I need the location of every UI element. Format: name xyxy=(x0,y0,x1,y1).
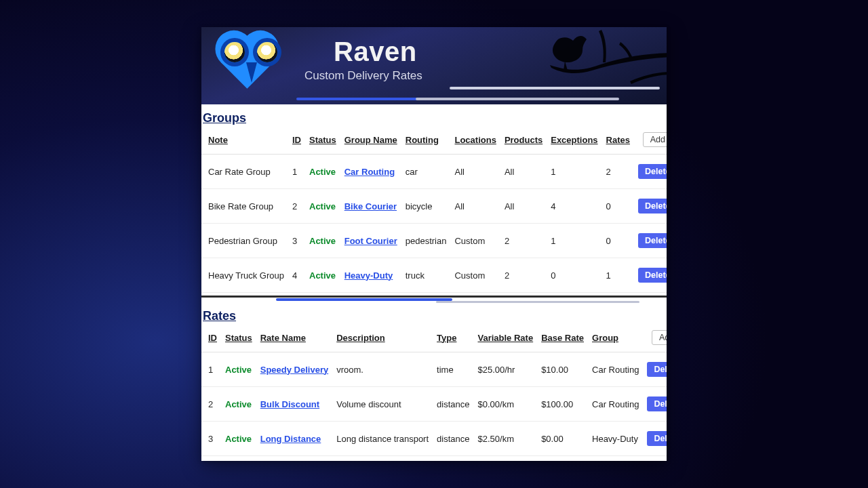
col-rate-name[interactable]: Rate Name xyxy=(256,326,332,352)
cell-variable: $0.00/km xyxy=(473,387,537,422)
delete-group-button[interactable]: Delete xyxy=(638,233,667,248)
cell-locations: Custom xyxy=(450,224,500,258)
cell-id: 3 xyxy=(201,422,221,456)
cell-routing: car xyxy=(401,155,451,189)
cell-products: All xyxy=(500,189,547,224)
delete-group-button[interactable]: Delete xyxy=(638,164,667,179)
cell-status: Active xyxy=(221,422,256,456)
cell-note: Pedestrian Group xyxy=(201,224,288,258)
cell-note: Car Rate Group xyxy=(201,155,288,189)
table-row: 1ActiveSpeedy Deliveryvroom.time$25.00/h… xyxy=(201,352,667,387)
table-row: Pedestrian Group3ActiveFoot Courierpedes… xyxy=(201,224,667,258)
col-description[interactable]: Description xyxy=(332,326,433,352)
cell-status: Active xyxy=(221,387,256,422)
cell-exceptions: 1 xyxy=(547,155,601,189)
cell-exceptions: 0 xyxy=(547,258,601,293)
group-link[interactable]: Foot Courier xyxy=(344,236,397,246)
cell-status: Active xyxy=(305,258,340,293)
cell-group-name: Bike Courier xyxy=(340,189,401,224)
cell-rate-name: Bulk Discount xyxy=(256,387,332,422)
delete-rate-button[interactable]: Delete xyxy=(647,362,667,377)
rate-link[interactable]: Speedy Delivery xyxy=(260,365,328,375)
cell-variable: $2.50/km xyxy=(473,422,537,456)
group-link[interactable]: Bike Courier xyxy=(344,201,397,211)
section-title-groups[interactable]: Groups xyxy=(203,111,667,125)
rate-link[interactable]: Bulk Discount xyxy=(260,399,319,409)
cell-variable: $25.00/hr xyxy=(473,352,537,387)
col-rates[interactable]: Rates xyxy=(602,128,634,155)
cell-id: 3 xyxy=(288,224,305,258)
col-status[interactable]: Status xyxy=(305,128,340,155)
cell-status: Active xyxy=(305,189,340,224)
table-row: 3ActiveLong DistanceLong distance transp… xyxy=(201,422,667,456)
table-row: Heavy Truck Group4ActiveHeavy-DutytruckC… xyxy=(201,258,667,293)
brand-subtitle: Custom Delivery Rates xyxy=(304,69,422,83)
add-group-button[interactable]: Add xyxy=(643,132,667,147)
col-routing[interactable]: Routing xyxy=(401,128,451,155)
cell-group-name: Heavy-Duty xyxy=(340,258,401,293)
cell-base: $10.00 xyxy=(537,352,588,387)
add-rate-button[interactable]: Add xyxy=(652,330,667,345)
table-row: 2ActiveBulk DiscountVolume discountdista… xyxy=(201,387,667,422)
cell-routing: truck xyxy=(401,258,451,293)
cell-locations: All xyxy=(450,189,500,224)
cell-routing: bicycle xyxy=(401,189,451,224)
cell-type: distance xyxy=(433,387,473,422)
col-locations[interactable]: Locations xyxy=(450,128,500,155)
brand-title: Raven xyxy=(334,37,417,67)
raven-heart-logo xyxy=(204,28,299,104)
cell-routing: pedestrian xyxy=(401,224,451,258)
delete-rate-button[interactable]: Delete xyxy=(647,431,667,446)
cell-products: All xyxy=(500,155,547,189)
app-card: Raven Custom Delivery Rates Groups Note … xyxy=(201,27,667,461)
group-link[interactable]: Heavy-Duty xyxy=(344,270,393,281)
section-title-rates[interactable]: Rates xyxy=(203,309,667,323)
col-group-name[interactable]: Group Name xyxy=(340,128,401,155)
cell-rates: 0 xyxy=(602,189,634,224)
table-row: Bike Rate Group2ActiveBike Courierbicycl… xyxy=(201,189,667,224)
col-variable-rate[interactable]: Variable Rate xyxy=(473,326,537,352)
cell-id: 1 xyxy=(201,352,221,387)
cell-products: 2 xyxy=(500,258,547,293)
cell-group-name: Foot Courier xyxy=(340,224,401,258)
col-group[interactable]: Group xyxy=(588,326,643,352)
col-id[interactable]: ID xyxy=(201,326,221,352)
cell-type: time xyxy=(433,352,473,387)
col-products[interactable]: Products xyxy=(500,128,547,155)
rates-table: ID Status Rate Name Description Type Var… xyxy=(201,326,667,456)
cell-description: Volume discount xyxy=(332,387,433,422)
cell-status: Active xyxy=(305,155,340,189)
cell-description: vroom. xyxy=(332,352,433,387)
col-type[interactable]: Type xyxy=(433,326,473,352)
cell-group: Heavy-Duty xyxy=(588,422,643,456)
col-id[interactable]: ID xyxy=(288,128,305,155)
cell-note: Heavy Truck Group xyxy=(201,258,288,293)
cell-group-name: Car Routing xyxy=(340,155,401,189)
group-link[interactable]: Car Routing xyxy=(344,167,395,177)
cell-status: Active xyxy=(221,352,256,387)
cell-id: 1 xyxy=(288,155,305,189)
delete-group-button[interactable]: Delete xyxy=(638,199,667,214)
col-status[interactable]: Status xyxy=(221,326,256,352)
cell-note: Bike Rate Group xyxy=(201,189,288,224)
cell-exceptions: 1 xyxy=(547,224,601,258)
cell-products: 2 xyxy=(500,224,547,258)
col-note[interactable]: Note xyxy=(201,128,288,155)
rate-link[interactable]: Long Distance xyxy=(260,434,321,444)
cell-description: Long distance transport xyxy=(332,422,433,456)
groups-table: Note ID Status Group Name Routing Locati… xyxy=(201,128,667,293)
col-base-rate[interactable]: Base Rate xyxy=(537,326,588,352)
cell-rate-name: Long Distance xyxy=(256,422,332,456)
delete-rate-button[interactable]: Delete xyxy=(647,396,667,411)
cell-exceptions: 4 xyxy=(547,189,601,224)
cell-id: 4 xyxy=(288,258,305,293)
col-exceptions[interactable]: Exceptions xyxy=(547,128,601,155)
cell-id: 2 xyxy=(201,387,221,422)
cell-base: $100.00 xyxy=(537,387,588,422)
cell-locations: All xyxy=(450,155,500,189)
banner: Raven Custom Delivery Rates xyxy=(201,27,667,104)
cell-base: $0.00 xyxy=(537,422,588,456)
delete-group-button[interactable]: Delete xyxy=(638,268,667,283)
cell-group: Car Routing xyxy=(588,387,643,422)
cell-status: Active xyxy=(305,224,340,258)
